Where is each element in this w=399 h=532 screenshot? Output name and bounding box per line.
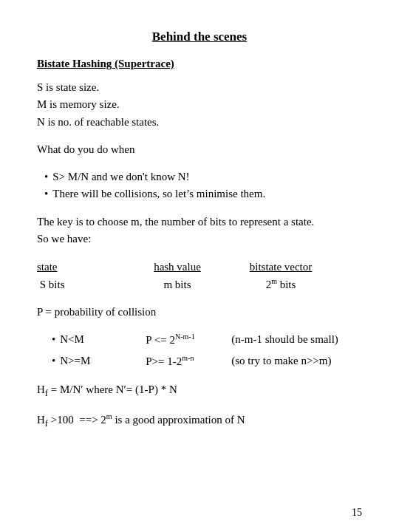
bullet-dot-1: • (44, 168, 48, 185)
probability-bullets: • N<M P <= 2N-m-1 (n-m-1 should be small… (37, 331, 362, 370)
table-header-state: state (37, 258, 133, 276)
key-statement: The key is to choose m, the number of bi… (37, 214, 362, 248)
page-title: Behind the scenes (37, 30, 362, 44)
formula2-block: Hf >100 ==> 2m is a good approximation o… (37, 411, 362, 431)
sub-f2: f (45, 418, 48, 429)
prob-condition-1: N<M (60, 331, 119, 349)
section-heading: Bistate Hashing (Supertrace) (37, 58, 362, 70)
prob-bullet-2: • N>=M P>= 1-2m-n (so try to make n>>m) (52, 352, 362, 370)
table-header-hash: hash value (133, 258, 222, 276)
bullet-text-1: S> M/N and we don't know N! (52, 168, 189, 185)
page-number: 15 (352, 507, 362, 519)
bullet-item-1: • S> M/N and we don't know N! (44, 168, 362, 185)
prob-bullet-1: • N<M P <= 2N-m-1 (n-m-1 should be small… (52, 331, 362, 349)
table-section: state hash value bitstate vector S bits … (37, 258, 362, 293)
table-header-row: state hash value bitstate vector (37, 258, 362, 276)
sup-n-m-1: N-m-1 (175, 332, 195, 341)
formula1-block: Hf = M/N′ where N′= (1-P) * N (37, 381, 362, 400)
def-line1: S is state size. (37, 79, 362, 96)
bullet-item-2: • There will be collisions, so let’s min… (44, 185, 362, 202)
prob-dot-2: • (52, 352, 55, 370)
table-data-row: S bits m bits 2m bits (37, 276, 362, 293)
header-bitstate-text: bitstate vector (250, 261, 313, 273)
def-line3: N is no. of reachable states. (37, 114, 362, 131)
probability-label: P = probability of collision (37, 304, 362, 321)
definitions-block: S is state size. M is memory size. N is … (37, 79, 362, 131)
prob-formula-1: P <= 2N-m-1 (146, 331, 227, 349)
key-statement-text: The key is to choose m, the number of bi… (37, 216, 314, 245)
bullet-dot-2: • (44, 185, 48, 202)
prob-note-1: (n-m-1 should be small) (231, 331, 338, 349)
prob-condition-2: N>=M (60, 352, 119, 370)
table-cell-mbits: m bits (133, 276, 222, 293)
prob-formula-2: P>= 1-2m-n (146, 352, 227, 370)
table-header-bitstate: bitstate vector (222, 258, 340, 276)
sup-m2: m (106, 412, 112, 420)
sup-m-n: m-n (182, 354, 194, 362)
bullet-text-2: There will be collisions, so let’s minim… (52, 185, 265, 202)
cell-sbits-text: S bits (40, 279, 65, 290)
bullets-block: • S> M/N and we don't know N! • There wi… (37, 168, 362, 203)
question: What do you do when (37, 141, 362, 158)
prob-dot-1: • (52, 331, 55, 349)
sub-f1: f (45, 388, 48, 398)
cell-mbits-text: m bits (163, 279, 191, 290)
table-cell-sbits: S bits (37, 276, 133, 293)
header-hash-text: hash value (154, 261, 201, 273)
page: Behind the scenes Bistate Hashing (Super… (0, 0, 399, 532)
prob-note-2: (so try to make n>>m) (231, 352, 331, 370)
table-cell-2mbits: 2m bits (222, 276, 340, 293)
header-state-text: state (37, 261, 58, 273)
superscript-m: m (271, 277, 277, 285)
def-line2: M is memory size. (37, 96, 362, 113)
